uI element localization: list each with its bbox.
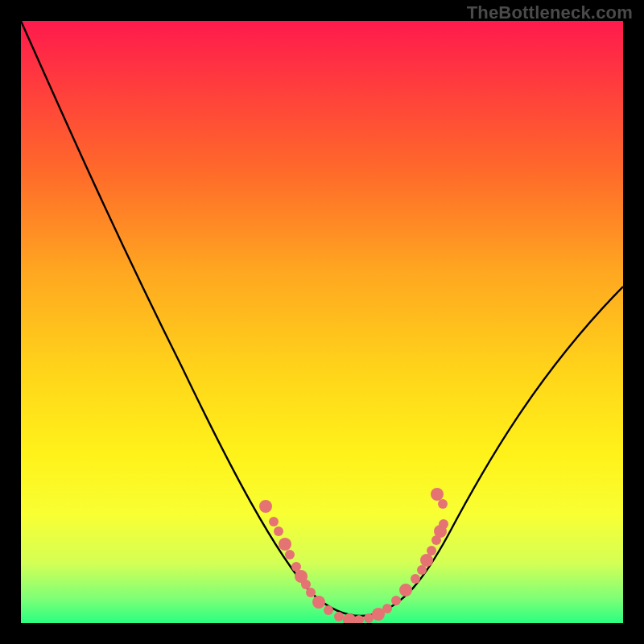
highlight-dot [291, 562, 301, 572]
highlight-dot [324, 605, 333, 615]
highlight-dot [420, 554, 433, 567]
highlight-dot [274, 526, 283, 536]
highlight-dot [391, 596, 401, 605]
highlight-dot [259, 500, 272, 513]
highlight-dot [269, 517, 279, 526]
highlight-dot [438, 499, 448, 509]
highlight-dot [301, 580, 311, 589]
highlight-dot [439, 519, 448, 529]
bottleneck-curve [21, 21, 623, 616]
highlight-dot [399, 584, 412, 597]
highlight-dot [427, 546, 436, 555]
highlight-dot [279, 538, 291, 551]
highlight-dot [411, 574, 420, 584]
highlight-dot [334, 612, 344, 621]
highlight-dot [306, 588, 316, 597]
highlight-dot [312, 596, 325, 609]
highlight-dot [382, 604, 392, 613]
highlight-dot [431, 488, 444, 501]
highlight-dots [259, 488, 448, 623]
highlight-dot [285, 550, 295, 559]
chart-svg [21, 21, 623, 623]
highlight-dot [417, 565, 427, 575]
